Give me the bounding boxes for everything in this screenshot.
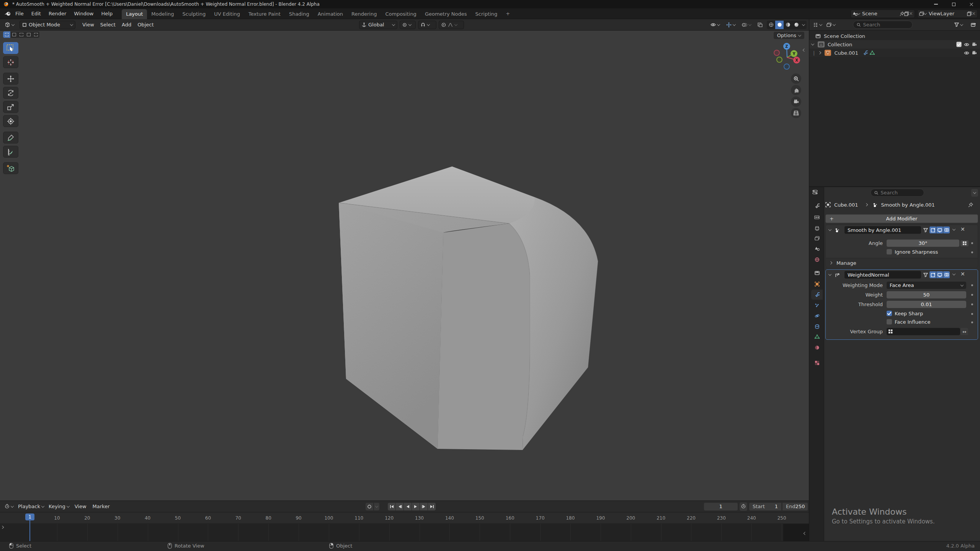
weighting-mode-dropdown[interactable]: Face Area	[887, 282, 966, 289]
workspace-tab-layout[interactable]: Layout	[122, 9, 147, 19]
menu-add[interactable]: Add	[119, 20, 134, 29]
workspace-tab-shading[interactable]: Shading	[285, 9, 314, 19]
workspace-tab-modeling[interactable]: Modeling	[147, 9, 178, 19]
shading-material-button[interactable]	[784, 21, 792, 29]
weighted-modifier-name-field[interactable]: WeightedNormal	[844, 271, 921, 279]
breadcrumb-modifier-label[interactable]: Smooth by Angle.001	[881, 202, 935, 208]
transform-orientation-dropdown[interactable]: Global	[359, 21, 397, 29]
zoom-view-button[interactable]	[791, 73, 801, 84]
snap-controls[interactable]	[418, 21, 436, 29]
outliner-search[interactable]	[853, 21, 913, 29]
use-preview-range-button[interactable]	[740, 502, 747, 511]
smooth-editmode-toggle[interactable]	[929, 227, 936, 233]
shading-solid-button[interactable]	[775, 21, 784, 29]
shading-rendered-button[interactable]	[792, 21, 800, 29]
menu-edit[interactable]: Edit	[28, 9, 45, 18]
timeline-editor-type-button[interactable]	[2, 503, 16, 510]
new-collection-button[interactable]	[969, 21, 978, 28]
smooth-realtime-toggle[interactable]	[936, 227, 943, 233]
face-influence-checkbox[interactable]	[887, 319, 892, 324]
scene-pin-icon[interactable]	[900, 11, 904, 16]
viewlayer-selector[interactable]: ViewLayer ✕	[917, 10, 978, 18]
scene-unlink-icon[interactable]: ✕	[909, 11, 913, 16]
frame-end-field[interactable]: End 250	[782, 502, 808, 511]
overlays-toggle[interactable]	[740, 21, 753, 28]
angle-input-attribute-button[interactable]	[960, 240, 969, 246]
cube-expand-icon[interactable]	[818, 51, 821, 54]
outliner-row-cube[interactable]: | Cube.001	[809, 49, 980, 57]
playback-menu[interactable]: Playback	[16, 502, 46, 510]
auto-keying-dropdown[interactable]	[374, 503, 379, 510]
scene-selector[interactable]: Scene ✕	[851, 10, 915, 18]
tab-object-data[interactable]	[811, 332, 823, 342]
collection-expand-icon[interactable]	[811, 42, 814, 45]
keep-sharp-checkbox[interactable]	[887, 311, 892, 316]
mode-dropdown[interactable]: Object Mode	[20, 21, 75, 29]
maximize-button[interactable]	[945, 0, 962, 8]
ignore-sharpness-decorator[interactable]	[971, 251, 973, 253]
menu-file[interactable]: File	[11, 9, 28, 18]
tab-world[interactable]	[811, 254, 823, 264]
tab-collection-props[interactable]	[811, 268, 823, 278]
shading-wireframe-button[interactable]	[767, 21, 775, 29]
navigation-gizmo[interactable]: Z Y X	[768, 38, 806, 77]
weighted-render-toggle[interactable]	[943, 271, 950, 278]
prev-keyframe-button[interactable]	[396, 503, 403, 510]
play-button[interactable]	[412, 503, 420, 510]
weight-slider[interactable]: 50	[887, 291, 966, 298]
gizmo-negative-y-axis[interactable]	[776, 57, 782, 63]
workspace-tab-animation[interactable]: Animation	[314, 9, 347, 19]
tab-modifiers[interactable]	[811, 290, 823, 300]
add-workspace-button[interactable]: +	[501, 9, 514, 19]
smooth-modifier-name-field[interactable]: Smooth by Angle.001	[844, 226, 921, 234]
menu-view[interactable]: View	[79, 20, 97, 29]
gizmo-negative-z-axis[interactable]	[784, 64, 790, 70]
viewlayer-remove-icon[interactable]: ✕	[972, 11, 976, 16]
collection-render-icon[interactable]	[972, 42, 977, 47]
threshold-decorator[interactable]	[971, 303, 973, 305]
weighted-editmode-toggle[interactable]	[929, 271, 936, 278]
smooth-delete-icon[interactable]: ✕	[960, 226, 965, 232]
xray-toggle[interactable]	[755, 21, 765, 28]
gizmo-z-axis[interactable]: Z	[783, 43, 790, 50]
weighted-panel-expand-icon[interactable]	[828, 272, 831, 276]
smooth-panel-expand-icon[interactable]	[828, 228, 831, 231]
tab-material[interactable]	[811, 342, 823, 352]
tab-scene[interactable]	[811, 244, 823, 254]
manage-subpanel[interactable]: Manage	[826, 258, 978, 267]
properties-search[interactable]	[871, 189, 924, 197]
tab-output[interactable]	[811, 223, 823, 233]
timeline-channel-expand-icon[interactable]	[1, 526, 4, 529]
tab-tool[interactable]	[811, 201, 823, 211]
tab-constraints[interactable]	[811, 321, 823, 331]
timeline-ruler[interactable]: 1 10203040506070809010011012013014015016…	[0, 512, 809, 524]
menu-window[interactable]: Window	[70, 9, 97, 18]
play-reverse-button[interactable]	[404, 503, 412, 510]
weighting-mode-decorator[interactable]	[971, 284, 973, 286]
weighted-apply-on-spline-icon[interactable]	[922, 271, 929, 278]
workspace-tab-uv-editing[interactable]: UV Editing	[210, 9, 244, 19]
threshold-slider[interactable]: 0.01	[887, 301, 966, 308]
gizmo-x-axis[interactable]: X	[793, 57, 800, 64]
workspace-tab-texture-paint[interactable]: Texture Paint	[244, 9, 285, 19]
smooth-apply-on-spline-icon[interactable]	[922, 227, 929, 233]
breadcrumb-object-label[interactable]: Cube.001	[834, 202, 858, 208]
outliner-row-scene-collection[interactable]: Scene Collection	[809, 32, 980, 40]
outliner-filter-button[interactable]	[952, 21, 965, 28]
jump-to-end-button[interactable]	[428, 503, 436, 510]
weighted-panel-header[interactable]: WeightedNormal ✕	[826, 270, 978, 280]
scene-object-cube[interactable]	[0, 31, 809, 500]
gizmo-negative-x-axis[interactable]	[774, 50, 780, 56]
viewlayer-new-icon[interactable]	[967, 11, 972, 16]
outliner-editor-type-button[interactable]	[811, 21, 824, 28]
current-frame-field[interactable]: 1	[704, 502, 738, 511]
weighted-delete-icon[interactable]: ✕	[960, 271, 965, 277]
properties-options-button[interactable]	[971, 189, 978, 197]
face-influence-decorator[interactable]	[971, 321, 973, 323]
cube-hide-icon[interactable]	[964, 51, 969, 55]
weighted-realtime-toggle[interactable]	[936, 271, 943, 278]
camera-view-button[interactable]	[791, 96, 801, 107]
smooth-panel-header[interactable]: Smooth by Angle.001 ✕	[826, 225, 978, 235]
workspace-tab-sculpting[interactable]: Sculpting	[178, 9, 210, 19]
object-visibility-dropdown[interactable]	[708, 21, 722, 28]
